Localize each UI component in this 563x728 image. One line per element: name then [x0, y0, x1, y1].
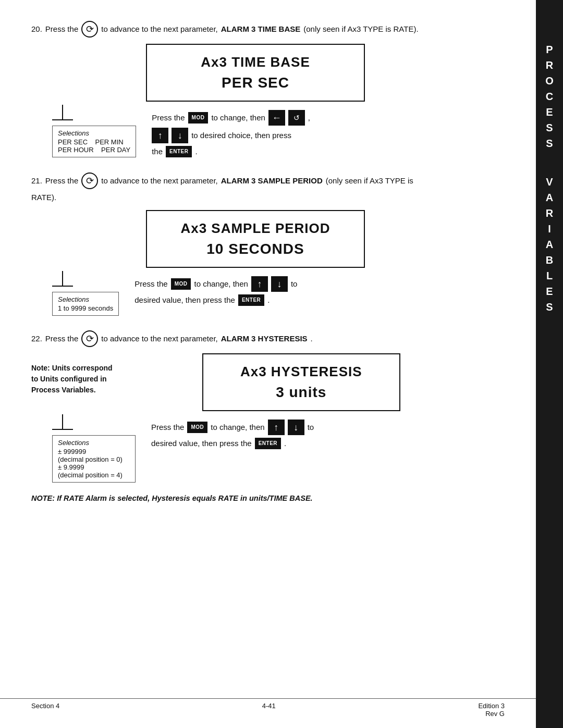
- timebase-comma: ,: [308, 112, 310, 124]
- hysteresis-line2: 3 units: [219, 384, 384, 401]
- timebase-instr-line2: ↑ ↓ to desired choice, then press: [152, 128, 480, 143]
- step20-bold: ALARM 3 TIME BASE: [221, 23, 301, 35]
- hysteresis-instructions: Press the MOD to change, then ↑ ↓ to des…: [151, 414, 480, 450]
- page-footer: Section 4 4-41 Edition 3 Rev G: [0, 698, 536, 718]
- sampleperiod-to-change: to change, then: [194, 278, 248, 290]
- hysteresis-period: .: [284, 437, 286, 450]
- up-arrow-sampleperiod[interactable]: ↑: [251, 276, 268, 292]
- step22-section: 22. Press the ⟳ to advance to the next p…: [31, 330, 480, 504]
- step20-text2: to advance to the next parameter,: [101, 23, 217, 35]
- sampleperiod-to: to: [291, 278, 298, 290]
- hysteresis-selections-box: Selections ± 999999 (decimal position = …: [52, 435, 136, 483]
- hysteresis-sel-line4: (decimal position = 4): [58, 471, 130, 479]
- hysteresis-left-col: Selections ± 999999 (decimal position = …: [52, 414, 136, 483]
- step21-number: 21.: [31, 175, 42, 187]
- step20-text3: (only seen if Ax3 TYPE is RATE).: [303, 23, 418, 35]
- sampleperiod-instr-line2: desired value, then press the ENTER .: [134, 294, 480, 306]
- timebase-period: .: [195, 145, 197, 158]
- sampleperiod-sel-title: Selections: [58, 295, 113, 303]
- step22-text2: to advance to the next parameter,: [101, 332, 217, 345]
- timebase-diagram: Selections PER SEC PER MIN PER HOUR PER …: [52, 105, 480, 158]
- hysteresis-to-change: to change, then: [211, 421, 264, 434]
- step20-number: 20.: [31, 23, 42, 35]
- mod-button-timebase[interactable]: MOD: [188, 112, 209, 124]
- left-arrow-timebase[interactable]: ←: [268, 110, 285, 126]
- down-arrow-hysteresis[interactable]: ↓: [288, 419, 304, 435]
- timebase-line2: PER SEC: [163, 75, 348, 91]
- hysteresis-sel-line1: ± 999999: [58, 448, 130, 455]
- enter-button-timebase[interactable]: ENTER: [166, 146, 192, 157]
- rotate-icon-21[interactable]: ⟳: [81, 172, 98, 189]
- enter-button-hysteresis[interactable]: ENTER: [255, 438, 281, 449]
- step22-text1: Press the: [45, 332, 78, 345]
- sampleperiod-display-box: Ax3 SAMPLE PERIOD 10 SECONDS: [146, 210, 365, 268]
- timebase-instructions: Press the MOD to change, then ← ↺ , ↑ ↓ …: [152, 105, 480, 158]
- sampleperiod-line2: 10 SECONDS: [163, 241, 348, 257]
- mod-button-sampleperiod[interactable]: MOD: [171, 278, 191, 290]
- footer-right: Edition 3 Rev G: [478, 702, 505, 718]
- timebase-instr-line1: Press the MOD to change, then ← ↺ ,: [152, 110, 480, 126]
- timebase-line1: Ax3 TIME BASE: [163, 54, 348, 70]
- sampleperiod-instr-line1: Press the MOD to change, then ↑ ↓ to: [134, 276, 480, 292]
- hysteresis-instr-line2: desired value, then press the ENTER .: [151, 437, 480, 450]
- step21-rate: RATE).: [31, 191, 56, 204]
- sidebar: P R O C E S S V A R I A B L E S: [536, 0, 563, 728]
- hysteresis-press: Press the: [151, 421, 184, 434]
- step21-text: 21. Press the ⟳ to advance to the next p…: [31, 172, 480, 189]
- footer-right-line2: Rev G: [485, 710, 505, 718]
- enter-button-sampleperiod[interactable]: ENTER: [238, 294, 264, 306]
- step21-text1: Press the: [45, 175, 78, 187]
- step20-text: 20. Press the ⟳ to advance to the next p…: [31, 21, 480, 38]
- sampleperiod-sel-items: 1 to 9999 seconds: [58, 304, 113, 312]
- sampleperiod-left-col: Selections 1 to 9999 seconds: [52, 271, 119, 316]
- footer-center: 4-41: [262, 702, 276, 718]
- hysteresis-instr-line1: Press the MOD to change, then ↑ ↓ to: [151, 419, 480, 435]
- sampleperiod-selections-box: Selections 1 to 9999 seconds: [52, 292, 119, 316]
- step21-bold: ALARM 3 SAMPLE PERIOD: [221, 175, 323, 187]
- timebase-display-box: Ax3 TIME BASE PER SEC: [146, 44, 365, 102]
- footer-left: Section 4: [31, 702, 59, 718]
- sampleperiod-instructions: Press the MOD to change, then ↑ ↓ to des…: [134, 271, 480, 306]
- sampleperiod-box-wrap: Ax3 SAMPLE PERIOD 10 SECONDS: [31, 210, 480, 268]
- timebase-press: Press the: [152, 112, 185, 124]
- step22-bold: ALARM 3 HYSTERESIS: [221, 332, 308, 345]
- timebase-sel-title: Selections: [58, 129, 130, 137]
- hysteresis-diagram: Selections ± 999999 (decimal position = …: [52, 414, 480, 483]
- footer-right-line1: Edition 3: [478, 702, 505, 710]
- up-arrow-hysteresis[interactable]: ↑: [268, 419, 285, 435]
- step20-text1: Press the: [45, 23, 78, 35]
- step21-text3: (only seen if Ax3 TYPE is: [326, 175, 413, 187]
- step22-period: .: [311, 332, 313, 345]
- step20-section: 20. Press the ⟳ to advance to the next p…: [31, 21, 480, 158]
- step21-text2: to advance to the next parameter,: [101, 175, 217, 187]
- sampleperiod-press: Press the: [134, 278, 167, 290]
- timebase-to-desired: to desired choice, then press: [191, 129, 291, 142]
- hysteresis-sel-title: Selections: [58, 439, 130, 447]
- timebase-the: the: [152, 145, 163, 158]
- timebase-to-change: to change, then: [211, 112, 265, 124]
- page-content: 20. Press the ⟳ to advance to the next p…: [0, 0, 511, 540]
- timebase-left-col: Selections PER SEC PER MIN PER HOUR PER …: [52, 105, 136, 157]
- down-arrow-timebase[interactable]: ↓: [172, 128, 188, 143]
- mod-button-hysteresis[interactable]: MOD: [187, 422, 207, 433]
- hysteresis-sel-line2: (decimal position = 0): [58, 455, 130, 463]
- step21-section: 21. Press the ⟳ to advance to the next p…: [31, 172, 480, 316]
- rotate-icon-22[interactable]: ⟳: [81, 330, 98, 347]
- rotate-icon-20[interactable]: ⟳: [81, 21, 98, 38]
- hysteresis-line1: Ax3 HYSTERESIS: [219, 364, 384, 380]
- sampleperiod-line1: Ax3 SAMPLE PERIOD: [163, 220, 348, 237]
- timebase-sel-items: PER SEC PER MIN PER HOUR PER DAY: [58, 138, 130, 154]
- sampleperiod-period: .: [267, 294, 270, 306]
- step22-text: 22. Press the ⟳ to advance to the next p…: [31, 330, 480, 347]
- hysteresis-note: Note: Units correspond to Units configur…: [31, 353, 113, 396]
- sampleperiod-diagram: Selections 1 to 9999 seconds Press the M…: [52, 271, 480, 316]
- hysteresis-sel-line3: ± 9.9999: [58, 463, 130, 471]
- down-arrow-sampleperiod[interactable]: ↓: [271, 276, 288, 292]
- timebase-box-wrap: Ax3 TIME BASE PER SEC: [31, 44, 480, 102]
- step22-number: 22.: [31, 332, 42, 345]
- refresh-arrow-timebase[interactable]: ↺: [288, 110, 305, 126]
- up-arrow-timebase[interactable]: ↑: [152, 128, 168, 143]
- timebase-instr-line3: the ENTER .: [152, 145, 480, 158]
- italic-note: NOTE: If RATE Alarm is selected, Hystere…: [31, 493, 480, 504]
- timebase-selections-box: Selections PER SEC PER MIN PER HOUR PER …: [52, 126, 136, 157]
